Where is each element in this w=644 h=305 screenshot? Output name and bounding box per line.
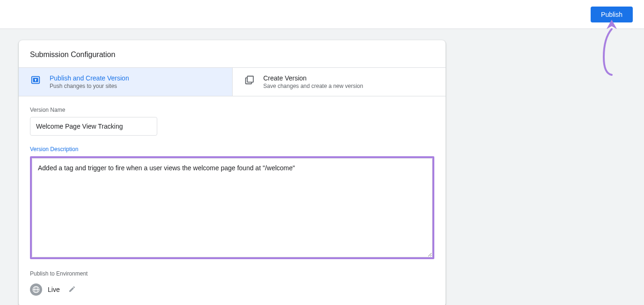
version-description-textarea[interactable] (32, 158, 432, 257)
option-create-version[interactable]: Create Version Save changes and create a… (233, 68, 446, 96)
publish-button[interactable]: Publish (591, 7, 633, 22)
svg-rect-3 (247, 76, 253, 82)
edit-environment-icon[interactable] (68, 285, 77, 294)
option-create-sub: Save changes and create a new version (263, 83, 363, 89)
option-publish-create-version[interactable]: Publish and Create Version Push changes … (19, 68, 233, 96)
option-publish-sub: Push changes to your sites (50, 83, 129, 89)
globe-icon (30, 283, 42, 296)
environment-label: Publish to Environment (30, 270, 434, 277)
version-name-input[interactable] (30, 117, 157, 136)
environment-section: Publish to Environment Live (19, 270, 446, 305)
card-title: Submission Configuration (19, 40, 446, 67)
create-version-icon (244, 74, 255, 86)
version-name-label: Version Name (30, 107, 434, 113)
option-publish-title: Publish and Create Version (50, 74, 129, 82)
content-area: Submission Configuration Publish and Cre… (0, 29, 644, 305)
option-row: Publish and Create Version Push changes … (19, 67, 446, 96)
publish-upload-icon (30, 74, 41, 86)
submission-config-card: Submission Configuration Publish and Cre… (19, 40, 446, 305)
environment-name: Live (48, 286, 60, 293)
version-description-highlight (30, 156, 434, 259)
top-bar: Publish (0, 0, 644, 29)
version-description-label: Version Description (30, 146, 434, 152)
form-section: Version Name Version Description (19, 96, 446, 270)
option-create-title: Create Version (263, 74, 363, 82)
environment-row: Live (30, 283, 434, 296)
